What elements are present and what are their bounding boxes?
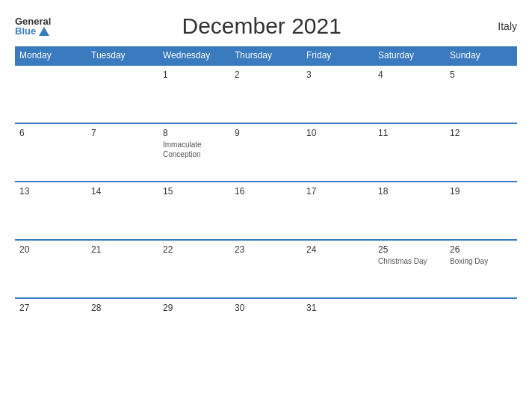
day-number: 6	[19, 128, 82, 138]
day-number: 26	[450, 244, 513, 255]
week-row-1: 12345	[15, 65, 517, 123]
calendar-cell: 3	[302, 65, 374, 123]
logo-triangle-icon	[39, 27, 49, 36]
day-number: 13	[19, 186, 82, 197]
day-number: 18	[378, 186, 441, 197]
event-label: Immaculate Conception	[163, 140, 226, 159]
day-number: 15	[163, 186, 226, 197]
header-row: Monday Tuesday Wednesday Thursday Friday…	[15, 46, 517, 65]
day-number: 16	[235, 186, 297, 197]
logo-blue-text: Blue	[15, 26, 49, 36]
col-tuesday: Tuesday	[87, 46, 158, 65]
calendar-cell	[15, 65, 87, 123]
calendar-cell: 11	[374, 123, 445, 182]
day-number: 27	[19, 303, 82, 313]
calendar-cell: 27	[15, 298, 87, 343]
calendar-cell: 13	[15, 182, 87, 240]
calendar-cell: 30	[230, 298, 302, 343]
week-row-4: 202122232425Christmas Day26Boxing Day	[15, 240, 517, 298]
day-number: 11	[378, 128, 441, 138]
week-row-2: 678Immaculate Conception9101112	[15, 123, 517, 182]
calendar-cell: 5	[445, 65, 517, 123]
day-number: 23	[235, 244, 297, 255]
calendar-cell: 2	[230, 65, 302, 123]
day-number: 12	[450, 128, 513, 138]
day-number: 28	[91, 303, 154, 313]
calendar-table: Monday Tuesday Wednesday Thursday Friday…	[15, 46, 517, 343]
day-number: 17	[306, 186, 369, 197]
col-wednesday: Wednesday	[158, 46, 230, 65]
day-number: 14	[91, 186, 154, 197]
calendar-cell: 6	[15, 123, 87, 182]
day-number: 30	[235, 303, 297, 313]
calendar-cell: 12	[445, 123, 517, 182]
calendar-cell: 25Christmas Day	[374, 240, 445, 298]
col-friday: Friday	[302, 46, 374, 65]
calendar-cell: 31	[302, 298, 374, 343]
calendar-cell: 28	[87, 298, 158, 343]
day-number: 7	[91, 128, 154, 138]
calendar-cell: 29	[158, 298, 230, 343]
calendar-cell: 24	[302, 240, 374, 298]
calendar-cell: 7	[87, 123, 158, 182]
week-row-5: 2728293031	[15, 298, 517, 343]
calendar-cell	[445, 298, 517, 343]
calendar-cell: 17	[302, 182, 374, 240]
col-thursday: Thursday	[230, 46, 302, 65]
day-number: 31	[306, 303, 369, 313]
day-number: 22	[163, 244, 226, 255]
day-number: 5	[450, 69, 513, 80]
logo: General Blue	[15, 16, 51, 36]
calendar-cell: 23	[230, 240, 302, 298]
col-saturday: Saturday	[374, 46, 445, 65]
day-number: 20	[19, 244, 82, 255]
event-label: Christmas Day	[378, 256, 441, 266]
calendar-cell: 22	[158, 240, 230, 298]
calendar-cell: 21	[87, 240, 158, 298]
calendar-body: 12345678Immaculate Conception91011121314…	[15, 65, 517, 343]
day-number: 29	[163, 303, 226, 313]
calendar-cell: 26Boxing Day	[445, 240, 517, 298]
calendar-cell: 15	[158, 182, 230, 240]
day-number: 1	[163, 69, 226, 80]
week-row-3: 13141516171819	[15, 182, 517, 240]
day-number: 8	[163, 128, 226, 138]
day-number: 24	[306, 244, 369, 255]
month-title: December 2021	[51, 13, 472, 39]
day-number: 21	[91, 244, 154, 255]
calendar-cell	[374, 298, 445, 343]
calendar-cell: 9	[230, 123, 302, 182]
calendar-cell: 19	[445, 182, 517, 240]
col-monday: Monday	[15, 46, 87, 65]
country-label: Italy	[472, 20, 517, 32]
calendar-cell: 10	[302, 123, 374, 182]
calendar-cell: 20	[15, 240, 87, 298]
event-label: Boxing Day	[450, 256, 513, 266]
calendar-cell	[87, 65, 158, 123]
day-number: 3	[306, 69, 369, 80]
col-sunday: Sunday	[445, 46, 517, 65]
calendar-cell: 4	[374, 65, 445, 123]
calendar-header: Monday Tuesday Wednesday Thursday Friday…	[15, 46, 517, 65]
day-number: 10	[306, 128, 369, 138]
day-number: 25	[378, 244, 441, 255]
day-number: 4	[378, 69, 441, 80]
day-number: 2	[235, 69, 297, 80]
calendar-cell: 14	[87, 182, 158, 240]
day-number: 19	[450, 186, 513, 197]
day-number: 9	[235, 128, 297, 138]
calendar-cell: 16	[230, 182, 302, 240]
calendar-cell: 8Immaculate Conception	[158, 123, 230, 182]
header: General Blue December 2021 Italy	[15, 13, 517, 39]
calendar-cell: 1	[158, 65, 230, 123]
calendar-page: General Blue December 2021 Italy Monday …	[0, 0, 532, 411]
calendar-cell: 18	[374, 182, 445, 240]
